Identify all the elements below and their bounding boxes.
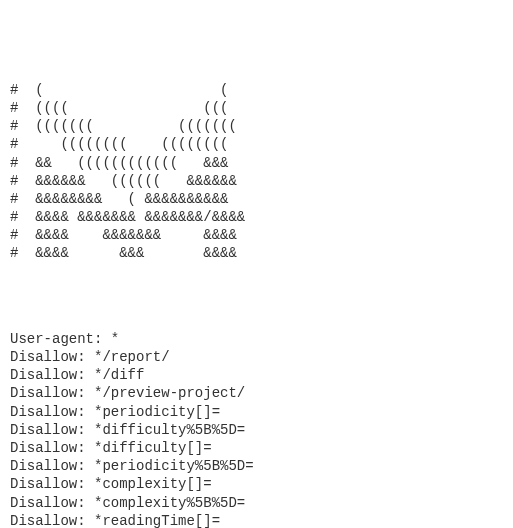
ascii-line: # &&&&&&&& ( &&&&&&&&&&: [10, 191, 228, 207]
user-agent-line: User-agent: *: [10, 331, 119, 347]
ascii-line: # (((( (((: [10, 100, 228, 116]
disallow-rule: Disallow: */report/: [10, 349, 170, 365]
disallow-rule: Disallow: *complexity[]=: [10, 476, 212, 492]
disallow-rule: Disallow: *difficulty[]=: [10, 440, 212, 456]
ascii-line: # &&&&&& (((((( &&&&&&: [10, 173, 237, 189]
robots-rules-section: User-agent: * Disallow: */report/ Disall…: [10, 330, 503, 528]
ascii-line: # (((((((( ((((((((: [10, 136, 228, 152]
ascii-line: # && (((((((((((( &&&: [10, 155, 228, 171]
disallow-rule: Disallow: *complexity%5B%5D=: [10, 495, 245, 511]
ascii-art-logo: # ( ( # (((( ((( # ((((((( ((((((( # (((…: [10, 81, 503, 263]
disallow-rule: Disallow: */preview-project/: [10, 385, 245, 401]
disallow-rule: Disallow: *periodicity[]=: [10, 404, 220, 420]
ascii-line: # &&&& &&&&&&& &&&&&&&/&&&&: [10, 209, 245, 225]
ascii-line: # &&&& &&& &&&&: [10, 245, 237, 261]
ascii-line: # ( (: [10, 82, 228, 98]
disallow-rule: Disallow: *readingTime[]=: [10, 513, 220, 528]
ascii-line: # ((((((( (((((((: [10, 118, 237, 134]
disallow-rule: Disallow: */diff: [10, 367, 144, 383]
disallow-rule: Disallow: *periodicity%5B%5D=: [10, 458, 254, 474]
ascii-line: # &&&& &&&&&&& &&&&: [10, 227, 237, 243]
disallow-rule: Disallow: *difficulty%5B%5D=: [10, 422, 245, 438]
